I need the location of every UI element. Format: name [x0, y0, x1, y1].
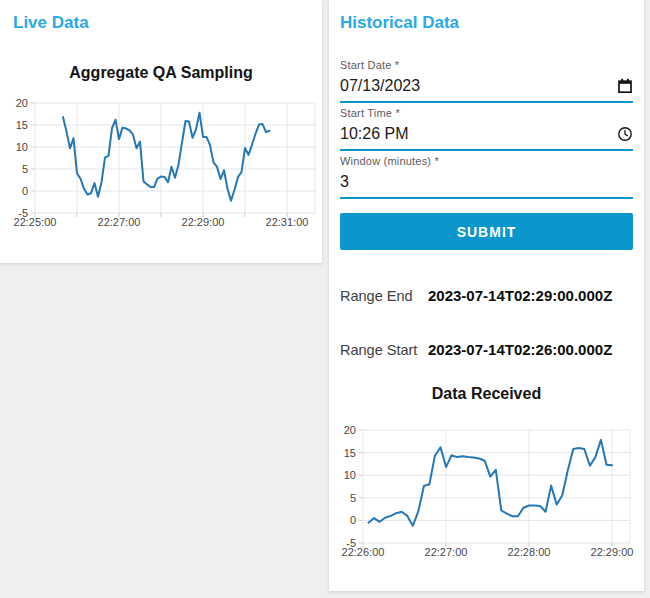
svg-text:0: 0 [22, 185, 28, 197]
svg-text:5: 5 [350, 492, 356, 504]
svg-text:22:26:00: 22:26:00 [342, 546, 385, 558]
start-date-field-group: Start Date * [340, 59, 633, 103]
clock-icon[interactable] [617, 126, 633, 142]
svg-text:22:29:00: 22:29:00 [591, 546, 634, 558]
window-minutes-field-group: Window (minutes) * [340, 155, 633, 199]
calendar-icon[interactable] [617, 78, 633, 94]
range-end-row: Range End 2023-07-14T02:29:00.000Z [340, 287, 612, 304]
range-start-value: 2023-07-14T02:26:00.000Z [428, 341, 612, 358]
data-received-chart: -50510152022:26:0022:27:0022:28:0022:29:… [329, 420, 644, 590]
range-end-label: Range End [340, 288, 428, 304]
svg-text:0: 0 [350, 514, 356, 526]
svg-text:22:25:00: 22:25:00 [14, 216, 57, 228]
start-date-label: Start Date * [340, 59, 633, 71]
live-chart: -50510152022:25:0022:27:0022:29:0022:31:… [0, 88, 322, 246]
range-start-label: Range Start [340, 342, 428, 358]
svg-text:15: 15 [344, 447, 356, 459]
svg-text:22:31:00: 22:31:00 [266, 216, 309, 228]
svg-text:10: 10 [344, 469, 356, 481]
svg-text:22:29:00: 22:29:00 [182, 216, 225, 228]
window-minutes-input[interactable] [340, 171, 633, 193]
window-minutes-label: Window (minutes) * [340, 155, 633, 167]
start-date-input[interactable] [340, 75, 617, 97]
historical-data-heading: Historical Data [340, 13, 459, 33]
range-start-row: Range Start 2023-07-14T02:26:00.000Z [340, 341, 612, 358]
start-time-underline [340, 149, 633, 151]
svg-text:20: 20 [344, 424, 356, 436]
svg-text:20: 20 [16, 97, 28, 109]
svg-text:5: 5 [22, 163, 28, 175]
start-time-input[interactable] [340, 123, 617, 145]
live-data-panel: Live Data Aggregate QA Sampling -5051015… [0, 0, 322, 263]
svg-text:22:27:00: 22:27:00 [425, 546, 468, 558]
svg-text:15: 15 [16, 119, 28, 131]
submit-button[interactable]: SUBMIT [340, 213, 633, 250]
live-chart-title: Aggregate QA Sampling [0, 64, 322, 82]
range-end-value: 2023-07-14T02:29:00.000Z [428, 287, 612, 304]
data-received-chart-title: Data Received [329, 385, 644, 403]
svg-text:22:27:00: 22:27:00 [98, 216, 141, 228]
live-data-heading: Live Data [13, 13, 89, 33]
start-time-label: Start Time * [340, 107, 633, 119]
svg-text:22:28:00: 22:28:00 [508, 546, 551, 558]
historical-data-panel: Historical Data Start Date * Start Time … [329, 0, 644, 591]
svg-text:10: 10 [16, 141, 28, 153]
start-date-underline [340, 101, 633, 103]
start-time-field-group: Start Time * [340, 107, 633, 151]
window-minutes-underline [340, 197, 633, 199]
